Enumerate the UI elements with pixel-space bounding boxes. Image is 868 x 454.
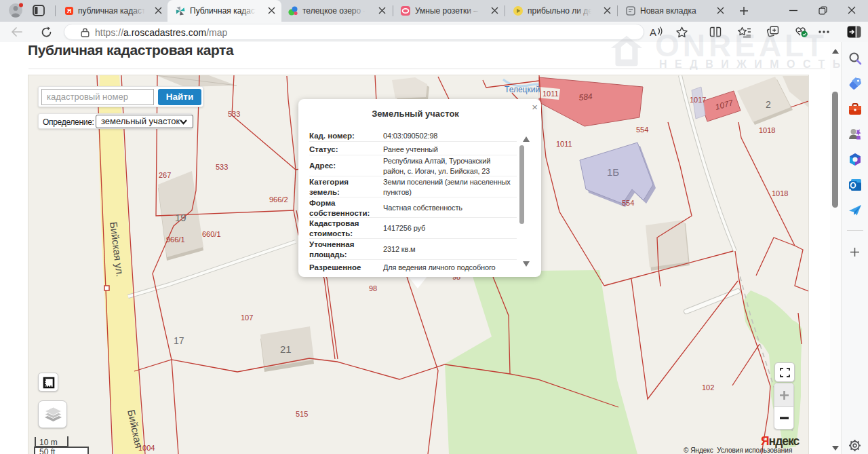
svg-text:98: 98	[369, 284, 377, 292]
svg-text:554: 554	[622, 199, 634, 207]
svg-text:10 m: 10 m	[39, 438, 58, 447]
svg-text:1018: 1018	[759, 126, 775, 134]
svg-text:966/2: 966/2	[269, 195, 288, 204]
svg-text:1011: 1011	[542, 90, 559, 98]
svg-text:1018: 1018	[772, 189, 788, 197]
svg-text:533: 533	[216, 163, 228, 171]
svg-text:1017: 1017	[690, 96, 706, 104]
svg-text:A: A	[650, 26, 656, 38]
svg-text:584: 584	[578, 92, 593, 102]
svg-text:19: 19	[175, 212, 186, 223]
svg-text:Я: Я	[67, 7, 71, 14]
svg-text:2: 2	[766, 99, 771, 110]
svg-text:102: 102	[702, 383, 714, 392]
svg-text:21: 21	[280, 343, 292, 355]
svg-text:554: 554	[636, 126, 648, 134]
svg-text:107: 107	[241, 314, 253, 322]
svg-text:1Б: 1Б	[607, 166, 619, 178]
svg-text:1011: 1011	[556, 140, 572, 148]
svg-text:515: 515	[296, 410, 308, 418]
svg-text:17: 17	[174, 335, 184, 346]
svg-text:660/1: 660/1	[202, 230, 221, 238]
svg-text:267: 267	[159, 171, 171, 179]
svg-text:533: 533	[228, 110, 240, 118]
svg-text:Телецкий: Телецкий	[505, 85, 540, 94]
svg-text:966/1: 966/1	[166, 235, 185, 244]
svg-text:50 ft: 50 ft	[39, 447, 56, 454]
